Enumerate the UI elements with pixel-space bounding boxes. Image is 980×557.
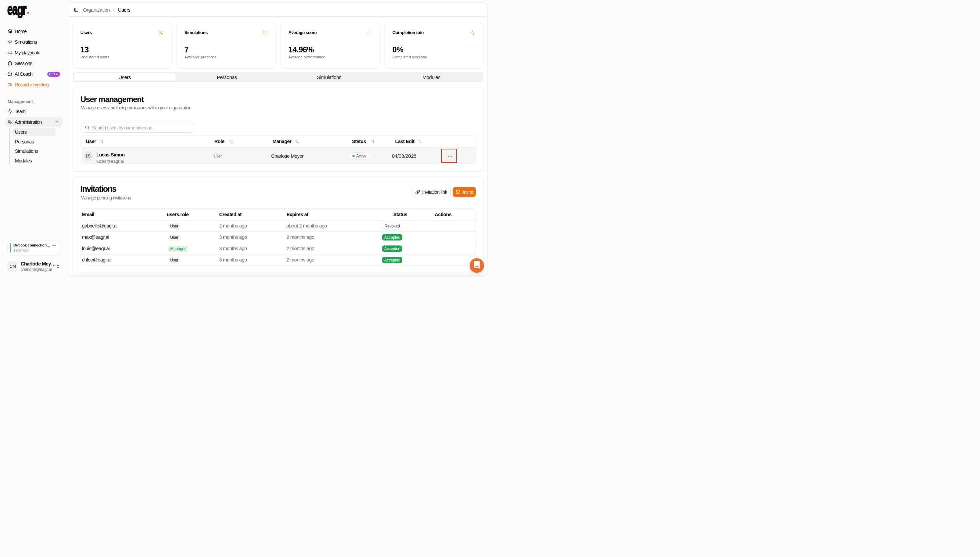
svg-text:eagr: eagr	[7, 0, 27, 18]
